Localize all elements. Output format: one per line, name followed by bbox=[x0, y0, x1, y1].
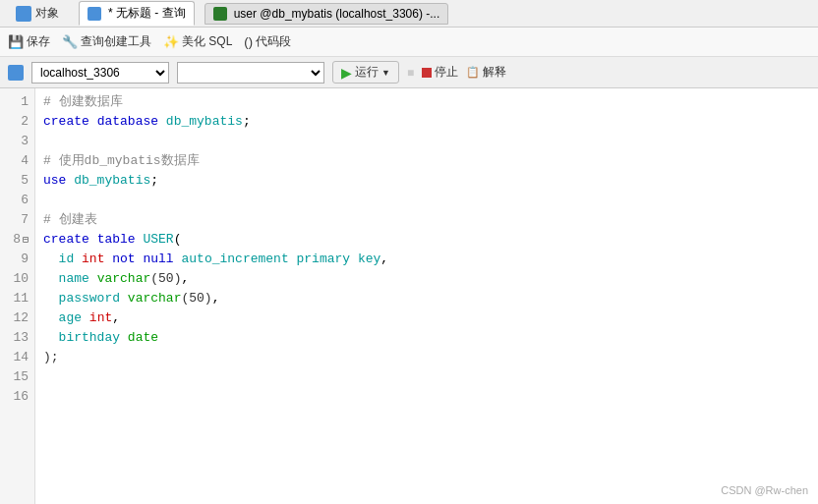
explain-label: 解释 bbox=[483, 64, 506, 81]
explain-button[interactable]: 📋 解释 bbox=[466, 64, 506, 81]
code-line: # 创建数据库 bbox=[43, 92, 810, 112]
code-line bbox=[43, 132, 810, 151]
line-number: 13 bbox=[0, 328, 34, 348]
code-line: # 使用db_mybatis数据库 bbox=[43, 151, 810, 171]
line-number: 16 bbox=[0, 387, 34, 407]
code-editor[interactable]: 12345678⊟910111213141516 # 创建数据库create d… bbox=[0, 88, 818, 504]
toolbar: 💾 保存 🔧 查询创建工具 ✨ 美化 SQL () 代码段 bbox=[0, 28, 818, 57]
tab-table-icon bbox=[213, 7, 227, 21]
tab-query-icon bbox=[88, 7, 101, 21]
run-button[interactable]: ▶ 运行 ▼ bbox=[332, 61, 399, 84]
query-tool-label: 查询创建工具 bbox=[81, 33, 151, 50]
code-line: ); bbox=[43, 348, 810, 367]
code-line: name varchar(50), bbox=[43, 269, 810, 289]
tab-query-label: * 无标题 - 查询 bbox=[108, 5, 186, 22]
beautify-icon: ✨ bbox=[163, 34, 179, 49]
line-number: 4 bbox=[0, 151, 34, 171]
code-icon: () bbox=[244, 34, 253, 49]
save-icon: 💾 bbox=[8, 34, 24, 49]
obj-icon bbox=[16, 6, 31, 22]
database-select[interactable] bbox=[177, 62, 324, 84]
connection-bar: localhost_3306 ▶ 运行 ▼ ■ 停止 📋 解释 bbox=[0, 57, 818, 88]
line-number: 10 bbox=[0, 269, 34, 289]
stop-icon bbox=[422, 68, 432, 78]
line-number: 2 bbox=[0, 112, 34, 132]
beautify-button[interactable]: ✨ 美化 SQL bbox=[163, 33, 232, 50]
line-number: 3 bbox=[0, 132, 34, 151]
code-line bbox=[43, 367, 810, 387]
connection-select[interactable]: localhost_3306 bbox=[31, 62, 169, 84]
line-number: 12 bbox=[0, 308, 34, 328]
save-button[interactable]: 💾 保存 bbox=[8, 33, 50, 50]
code-line: password varchar(50), bbox=[43, 289, 810, 308]
line-number: 14 bbox=[0, 348, 34, 367]
line-number: 6 bbox=[0, 191, 34, 210]
code-line bbox=[43, 387, 810, 407]
code-line bbox=[43, 191, 810, 210]
tab-query[interactable]: * 无标题 - 查询 bbox=[79, 1, 195, 26]
beautify-label: 美化 SQL bbox=[182, 33, 232, 50]
code-line: birthday date bbox=[43, 328, 810, 348]
conn-icon bbox=[8, 65, 24, 81]
code-line: age int, bbox=[43, 308, 810, 328]
code-snippet-button[interactable]: () 代码段 bbox=[244, 33, 291, 50]
line-number: 1 bbox=[0, 92, 34, 112]
query-tool-button[interactable]: 🔧 查询创建工具 bbox=[62, 33, 151, 50]
code-line: create database db_mybatis; bbox=[43, 112, 810, 132]
tab-table-label: user @db_mybatis (localhost_3306) -... bbox=[234, 7, 440, 21]
left-panel-tab: 对象 bbox=[6, 0, 69, 27]
line-number: 11 bbox=[0, 289, 34, 308]
save-label: 保存 bbox=[27, 33, 50, 50]
code-label: 代码段 bbox=[256, 33, 291, 50]
line-number: 5 bbox=[0, 171, 34, 191]
explain-icon: 📋 bbox=[466, 66, 480, 79]
run-dropdown-icon: ▼ bbox=[381, 68, 390, 78]
watermark: CSDN @Rw-chen bbox=[721, 484, 808, 496]
code-content[interactable]: # 创建数据库create database db_mybatis; # 使用d… bbox=[35, 88, 818, 504]
line-number: 9 bbox=[0, 250, 34, 269]
code-line: id int not null auto_increment primary k… bbox=[43, 250, 810, 269]
tab-table[interactable]: user @db_mybatis (localhost_3306) -... bbox=[204, 3, 449, 25]
line-numbers: 12345678⊟910111213141516 bbox=[0, 88, 35, 504]
left-panel-label: 对象 bbox=[35, 5, 59, 22]
line-number: 15 bbox=[0, 367, 34, 387]
stop-label: 停止 bbox=[435, 64, 458, 81]
separator: ■ bbox=[407, 66, 414, 80]
run-label: 运行 bbox=[355, 64, 379, 81]
code-line: # 创建表 bbox=[43, 210, 810, 230]
title-bar: 对象 * 无标题 - 查询 user @db_mybatis (localhos… bbox=[0, 0, 818, 28]
stop-button[interactable]: 停止 bbox=[422, 64, 458, 81]
run-arrow-icon: ▶ bbox=[341, 65, 352, 81]
code-line: use db_mybatis; bbox=[43, 171, 810, 191]
line-number: 8⊟ bbox=[0, 230, 34, 250]
line-number: 7 bbox=[0, 210, 34, 230]
query-tool-icon: 🔧 bbox=[62, 34, 78, 49]
code-line: create table USER( bbox=[43, 230, 810, 250]
